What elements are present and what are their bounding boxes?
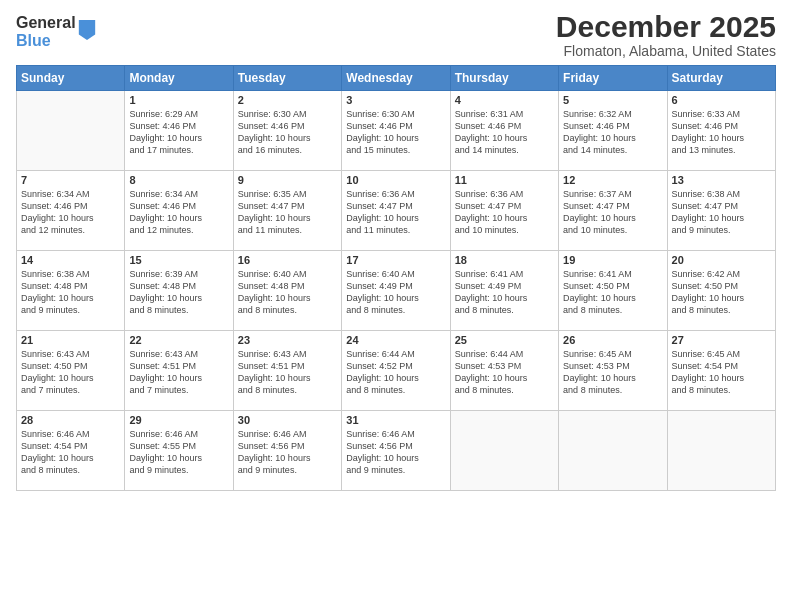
- day-info: Sunrise: 6:42 AMSunset: 4:50 PMDaylight:…: [672, 268, 771, 317]
- day-info: Sunrise: 6:40 AMSunset: 4:49 PMDaylight:…: [346, 268, 445, 317]
- day-number: 2: [238, 94, 337, 106]
- day-info: Sunrise: 6:35 AMSunset: 4:47 PMDaylight:…: [238, 188, 337, 237]
- svg-marker-0: [78, 20, 94, 40]
- day-number: 24: [346, 334, 445, 346]
- table-row: 27Sunrise: 6:45 AMSunset: 4:54 PMDayligh…: [667, 331, 775, 411]
- table-row: 6Sunrise: 6:33 AMSunset: 4:46 PMDaylight…: [667, 91, 775, 171]
- table-row: 14Sunrise: 6:38 AMSunset: 4:48 PMDayligh…: [17, 251, 125, 331]
- page: General Blue December 2025 Flomaton, Ala…: [0, 0, 792, 612]
- table-row: 12Sunrise: 6:37 AMSunset: 4:47 PMDayligh…: [559, 171, 667, 251]
- table-row: 21Sunrise: 6:43 AMSunset: 4:50 PMDayligh…: [17, 331, 125, 411]
- page-subtitle: Flomaton, Alabama, United States: [556, 43, 776, 59]
- day-number: 16: [238, 254, 337, 266]
- day-number: 20: [672, 254, 771, 266]
- day-info: Sunrise: 6:45 AMSunset: 4:54 PMDaylight:…: [672, 348, 771, 397]
- day-info: Sunrise: 6:46 AMSunset: 4:56 PMDaylight:…: [346, 428, 445, 477]
- day-info: Sunrise: 6:46 AMSunset: 4:56 PMDaylight:…: [238, 428, 337, 477]
- table-row: 17Sunrise: 6:40 AMSunset: 4:49 PMDayligh…: [342, 251, 450, 331]
- day-number: 14: [21, 254, 120, 266]
- day-info: Sunrise: 6:36 AMSunset: 4:47 PMDaylight:…: [455, 188, 554, 237]
- table-row: 25Sunrise: 6:44 AMSunset: 4:53 PMDayligh…: [450, 331, 558, 411]
- day-info: Sunrise: 6:32 AMSunset: 4:46 PMDaylight:…: [563, 108, 662, 157]
- day-number: 30: [238, 414, 337, 426]
- day-info: Sunrise: 6:44 AMSunset: 4:53 PMDaylight:…: [455, 348, 554, 397]
- day-info: Sunrise: 6:39 AMSunset: 4:48 PMDaylight:…: [129, 268, 228, 317]
- table-row: 29Sunrise: 6:46 AMSunset: 4:55 PMDayligh…: [125, 411, 233, 491]
- calendar-week-row: 1Sunrise: 6:29 AMSunset: 4:46 PMDaylight…: [17, 91, 776, 171]
- day-number: 23: [238, 334, 337, 346]
- calendar-header-monday: Monday: [125, 66, 233, 91]
- day-info: Sunrise: 6:38 AMSunset: 4:47 PMDaylight:…: [672, 188, 771, 237]
- day-info: Sunrise: 6:41 AMSunset: 4:49 PMDaylight:…: [455, 268, 554, 317]
- day-info: Sunrise: 6:38 AMSunset: 4:48 PMDaylight:…: [21, 268, 120, 317]
- table-row: 16Sunrise: 6:40 AMSunset: 4:48 PMDayligh…: [233, 251, 341, 331]
- day-number: 28: [21, 414, 120, 426]
- table-row: 26Sunrise: 6:45 AMSunset: 4:53 PMDayligh…: [559, 331, 667, 411]
- day-info: Sunrise: 6:45 AMSunset: 4:53 PMDaylight:…: [563, 348, 662, 397]
- title-block: December 2025 Flomaton, Alabama, United …: [556, 10, 776, 59]
- table-row: 22Sunrise: 6:43 AMSunset: 4:51 PMDayligh…: [125, 331, 233, 411]
- day-number: 11: [455, 174, 554, 186]
- table-row: 31Sunrise: 6:46 AMSunset: 4:56 PMDayligh…: [342, 411, 450, 491]
- day-number: 7: [21, 174, 120, 186]
- day-number: 6: [672, 94, 771, 106]
- day-number: 17: [346, 254, 445, 266]
- table-row: 30Sunrise: 6:46 AMSunset: 4:56 PMDayligh…: [233, 411, 341, 491]
- table-row: 20Sunrise: 6:42 AMSunset: 4:50 PMDayligh…: [667, 251, 775, 331]
- calendar-week-row: 21Sunrise: 6:43 AMSunset: 4:50 PMDayligh…: [17, 331, 776, 411]
- header: General Blue December 2025 Flomaton, Ala…: [16, 10, 776, 59]
- day-info: Sunrise: 6:33 AMSunset: 4:46 PMDaylight:…: [672, 108, 771, 157]
- table-row: 23Sunrise: 6:43 AMSunset: 4:51 PMDayligh…: [233, 331, 341, 411]
- calendar-header-saturday: Saturday: [667, 66, 775, 91]
- day-number: 13: [672, 174, 771, 186]
- day-info: Sunrise: 6:43 AMSunset: 4:50 PMDaylight:…: [21, 348, 120, 397]
- table-row: 11Sunrise: 6:36 AMSunset: 4:47 PMDayligh…: [450, 171, 558, 251]
- day-info: Sunrise: 6:30 AMSunset: 4:46 PMDaylight:…: [346, 108, 445, 157]
- table-row: 8Sunrise: 6:34 AMSunset: 4:46 PMDaylight…: [125, 171, 233, 251]
- day-info: Sunrise: 6:46 AMSunset: 4:55 PMDaylight:…: [129, 428, 228, 477]
- table-row: [667, 411, 775, 491]
- day-number: 15: [129, 254, 228, 266]
- table-row: [450, 411, 558, 491]
- logo-icon: [78, 20, 96, 40]
- day-info: Sunrise: 6:41 AMSunset: 4:50 PMDaylight:…: [563, 268, 662, 317]
- calendar-week-row: 14Sunrise: 6:38 AMSunset: 4:48 PMDayligh…: [17, 251, 776, 331]
- table-row: 2Sunrise: 6:30 AMSunset: 4:46 PMDaylight…: [233, 91, 341, 171]
- calendar-header-thursday: Thursday: [450, 66, 558, 91]
- day-info: Sunrise: 6:34 AMSunset: 4:46 PMDaylight:…: [129, 188, 228, 237]
- day-info: Sunrise: 6:30 AMSunset: 4:46 PMDaylight:…: [238, 108, 337, 157]
- day-info: Sunrise: 6:29 AMSunset: 4:46 PMDaylight:…: [129, 108, 228, 157]
- table-row: [559, 411, 667, 491]
- logo-text: General Blue: [16, 14, 76, 49]
- day-number: 1: [129, 94, 228, 106]
- day-info: Sunrise: 6:40 AMSunset: 4:48 PMDaylight:…: [238, 268, 337, 317]
- table-row: 15Sunrise: 6:39 AMSunset: 4:48 PMDayligh…: [125, 251, 233, 331]
- day-number: 25: [455, 334, 554, 346]
- table-row: 10Sunrise: 6:36 AMSunset: 4:47 PMDayligh…: [342, 171, 450, 251]
- calendar-header-tuesday: Tuesday: [233, 66, 341, 91]
- day-number: 5: [563, 94, 662, 106]
- logo-general: General: [16, 14, 76, 32]
- day-number: 9: [238, 174, 337, 186]
- day-number: 3: [346, 94, 445, 106]
- calendar-header-wednesday: Wednesday: [342, 66, 450, 91]
- table-row: 9Sunrise: 6:35 AMSunset: 4:47 PMDaylight…: [233, 171, 341, 251]
- day-info: Sunrise: 6:37 AMSunset: 4:47 PMDaylight:…: [563, 188, 662, 237]
- table-row: 13Sunrise: 6:38 AMSunset: 4:47 PMDayligh…: [667, 171, 775, 251]
- day-info: Sunrise: 6:34 AMSunset: 4:46 PMDaylight:…: [21, 188, 120, 237]
- calendar-week-row: 28Sunrise: 6:46 AMSunset: 4:54 PMDayligh…: [17, 411, 776, 491]
- day-info: Sunrise: 6:43 AMSunset: 4:51 PMDaylight:…: [238, 348, 337, 397]
- day-info: Sunrise: 6:31 AMSunset: 4:46 PMDaylight:…: [455, 108, 554, 157]
- logo: General Blue: [16, 14, 96, 49]
- table-row: 4Sunrise: 6:31 AMSunset: 4:46 PMDaylight…: [450, 91, 558, 171]
- day-number: 29: [129, 414, 228, 426]
- calendar-header-sunday: Sunday: [17, 66, 125, 91]
- table-row: 28Sunrise: 6:46 AMSunset: 4:54 PMDayligh…: [17, 411, 125, 491]
- table-row: 3Sunrise: 6:30 AMSunset: 4:46 PMDaylight…: [342, 91, 450, 171]
- calendar-week-row: 7Sunrise: 6:34 AMSunset: 4:46 PMDaylight…: [17, 171, 776, 251]
- day-number: 19: [563, 254, 662, 266]
- table-row: 18Sunrise: 6:41 AMSunset: 4:49 PMDayligh…: [450, 251, 558, 331]
- calendar-header-row: SundayMondayTuesdayWednesdayThursdayFrid…: [17, 66, 776, 91]
- day-info: Sunrise: 6:43 AMSunset: 4:51 PMDaylight:…: [129, 348, 228, 397]
- calendar-header-friday: Friday: [559, 66, 667, 91]
